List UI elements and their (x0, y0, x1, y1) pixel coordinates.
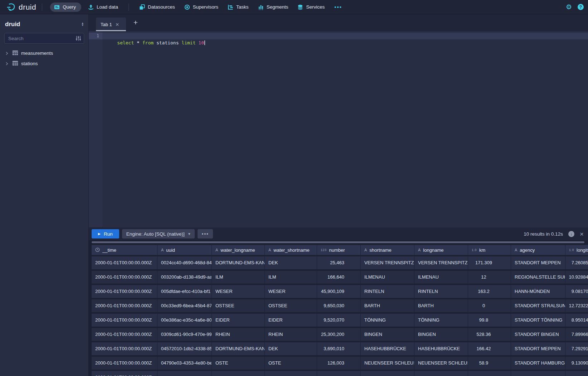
cell-water_longname[interactable]: OSTSEE (212, 299, 265, 312)
engine-select[interactable]: Engine: Auto [SQL (native)] ▾ (122, 229, 195, 238)
cell-agency[interactable]: STANDORT MEPPEN (511, 256, 565, 269)
tab-tab1[interactable]: Tab 1 × (96, 18, 126, 31)
chevron-right-icon[interactable] (4, 62, 9, 66)
sql-query-line[interactable]: select * from stations limit 10 (102, 33, 588, 39)
help-icon[interactable]: ? (578, 4, 584, 10)
run-button[interactable]: ▶ Run (92, 229, 119, 238)
cell-shortname[interactable]: NEUENSEER SCHLEUSEN (361, 357, 414, 370)
cell-uuid[interactable]: 0309cd61-90c9-470e-99 (157, 328, 212, 341)
column-header-agency[interactable]: Aagency (511, 245, 565, 255)
cell-water_shortname[interactable]: OSTE (265, 357, 317, 370)
cell-longitude[interactable]: 7.899667 (565, 328, 588, 341)
cell-shortname[interactable]: TÖNNING (361, 314, 414, 327)
cell-water_longname[interactable] (212, 371, 265, 376)
nav-item-load-data[interactable]: Load data (88, 4, 118, 10)
cell-km[interactable]: 0 (468, 299, 511, 312)
cell-agency[interactable]: STANDORT MEPPEN (511, 342, 565, 355)
cell-water_shortname[interactable]: WESER (265, 285, 317, 298)
chevron-right-icon[interactable] (4, 51, 9, 56)
cell-shortname[interactable]: VERSEN TRENNSPITZE (361, 256, 414, 269)
cell-number[interactable]: 45,900,109 (317, 285, 361, 298)
cell-longname[interactable]: VERSEN TRENNSPITZE (414, 256, 468, 269)
cell-longname[interactable]: TÖNNING (414, 314, 468, 327)
cell-water_longname[interactable]: ILM (212, 271, 265, 284)
cell-water_shortname[interactable]: EIDER (265, 314, 317, 327)
cell-agency[interactable]: STANDORT BINGEN (511, 328, 565, 341)
download-icon[interactable]: ↓ (568, 231, 574, 237)
cell-__time[interactable]: 2000-01-01T00:00:00.000Z (92, 357, 157, 370)
cell-__time[interactable]: 2000-01-01T00:00:00.000Z (92, 299, 157, 312)
cell-agency[interactable]: STANDORT TÖNNING (511, 314, 565, 327)
nav-item-supervisors[interactable]: Supervisors (184, 4, 218, 10)
cell-__time[interactable]: 2000-01-01T00:00:00.000Z (92, 371, 157, 376)
cell-shortname[interactable]: BARTH (361, 299, 414, 312)
cell-water_shortname[interactable]: DEK (265, 256, 317, 269)
cell-agency[interactable]: HANN-MÜNDEN (511, 285, 565, 298)
cell-number[interactable]: 25,463 (317, 256, 361, 269)
cell-longitude[interactable]: 8.950149 (565, 314, 588, 327)
cell-number[interactable]: 25,300,200 (317, 328, 361, 341)
cell-km[interactable]: 12 (468, 271, 511, 284)
settings-gear-icon[interactable]: ⚙ (566, 4, 572, 10)
cell-water_shortname[interactable]: RHEIN (265, 328, 317, 341)
cell-water_longname[interactable]: DORTMUND-EMS-KANA (212, 342, 265, 355)
cell-longitude[interactable]: 9.081704 (565, 285, 588, 298)
filter-sliders-icon[interactable] (76, 35, 81, 43)
cell-uuid[interactable]: 00c33ed9-6bea-45b4-87 (157, 299, 212, 312)
cell-longitude[interactable]: 10.928843 (565, 271, 588, 284)
sql-editor[interactable]: 1 select * from stations limit 10 (89, 31, 588, 227)
cell-longitude[interactable]: 7.260850 (565, 256, 588, 269)
cell-uuid[interactable]: 003200ab-d138-49d9-aa (157, 271, 212, 284)
cell-__time[interactable]: 2000-01-01T00:00:00.000Z (92, 256, 157, 269)
cell-km[interactable]: 171.309 (468, 256, 511, 269)
cell-longitude[interactable]: 9.130902 (565, 357, 588, 370)
column-header-shortname[interactable]: Ashortname (361, 245, 414, 255)
cell-water_shortname[interactable]: DEK (265, 342, 317, 355)
column-header-water_longname[interactable]: Awater_longname (212, 245, 265, 255)
cell-uuid[interactable]: 04572010-1db2-4338-85 (157, 342, 212, 355)
cell-number[interactable] (317, 371, 361, 376)
panel-splitter-handle[interactable] (92, 241, 584, 243)
cell-shortname[interactable]: ILMENAU (361, 271, 414, 284)
cell-__time[interactable]: 2000-01-01T00:00:00.000Z (92, 328, 157, 341)
cell-water_longname[interactable]: RHEIN (212, 328, 265, 341)
cell-__time[interactable]: 2000-01-01T00:00:00.000Z (92, 285, 157, 298)
cell-number[interactable]: 9,650,030 (317, 299, 361, 312)
cell-water_longname[interactable]: DORTMUND-EMS-KANA (212, 256, 265, 269)
cell-water_longname[interactable]: WESER (212, 285, 265, 298)
cell-water_longname[interactable]: OSTE (212, 357, 265, 370)
cell-longname[interactable]: BINGEN (414, 328, 468, 341)
cell-shortname[interactable]: HASEHUBBRÜCKE (361, 342, 414, 355)
sidebar-table-stations[interactable]: stations (0, 58, 88, 69)
cell-shortname[interactable] (361, 371, 414, 376)
cell-longname[interactable]: NEUENSEER SCHLEUSEN (414, 357, 468, 370)
cell-longname[interactable]: BARTH (414, 299, 468, 312)
cell-uuid[interactable]: 04790e03-4353-4e80-be (157, 357, 212, 370)
cell-longitude[interactable]: 7.292912 (565, 342, 588, 355)
schema-selector[interactable]: druid (5, 21, 20, 28)
nav-item-datasources[interactable]: Datasources (139, 4, 175, 10)
new-tab-button[interactable]: + (131, 18, 140, 27)
cell-number[interactable]: 166,640 (317, 271, 361, 284)
column-header-water_shortname[interactable]: Awater_shortname (265, 245, 317, 255)
nav-item-query[interactable]: Query (50, 3, 81, 12)
cell-water_shortname[interactable]: OSTSEE (265, 299, 317, 312)
close-results-icon[interactable]: × (580, 231, 584, 237)
nav-more-button[interactable]: ••• (334, 4, 342, 10)
cell-uuid[interactable]: 005dfdae-efcc-410a-bf1 (157, 285, 212, 298)
cell-agency[interactable] (511, 371, 565, 376)
cell-longname[interactable]: HASEHUBBRÜCKE (414, 342, 468, 355)
cell-uuid[interactable]: 00e386ac-e35c-4a6e-80 (157, 314, 212, 327)
column-header-longitude[interactable]: 1.0longitude (565, 245, 588, 255)
cell-longitude[interactable]: 12.723220 (565, 299, 588, 312)
query-more-button[interactable]: ••• (198, 229, 213, 238)
cell-water_shortname[interactable] (265, 371, 317, 376)
sidebar-table-measurements[interactable]: measurements (0, 48, 88, 58)
cell-__time[interactable]: 2000-01-01T00:00:00.000Z (92, 271, 157, 284)
cell-shortname[interactable]: BINGEN (361, 328, 414, 341)
cell-longitude[interactable] (565, 371, 588, 376)
nav-item-services[interactable]: Services (297, 4, 325, 10)
tab-close-icon[interactable]: × (116, 21, 119, 28)
cell-uuid[interactable] (157, 371, 212, 376)
column-header-km[interactable]: 1.0km (468, 245, 511, 255)
